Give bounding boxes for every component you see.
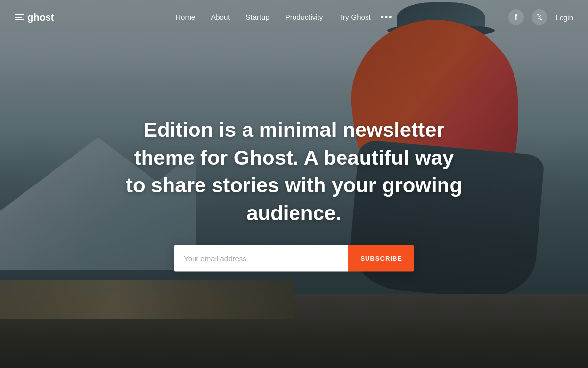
- nav-item-home: Home: [170, 13, 201, 22]
- nav-link-home[interactable]: Home: [170, 10, 201, 24]
- logo-text: ghost: [27, 12, 54, 23]
- nav-item-startup: Startup: [240, 13, 275, 22]
- nav-item-productivity: Productivity: [279, 13, 329, 22]
- facebook-icon: f: [515, 13, 517, 22]
- nav-item-about: About: [205, 13, 236, 22]
- nav-link-startup[interactable]: Startup: [240, 10, 275, 24]
- subscribe-form: SUBSCRIBE: [174, 245, 414, 271]
- email-input[interactable]: [174, 245, 348, 271]
- nav-link-try-ghost[interactable]: Try Ghost: [333, 10, 376, 24]
- nav-links: Home About Startup Productivity Try Ghos…: [54, 12, 508, 23]
- grid-icon: [15, 14, 24, 20]
- more-menu-button[interactable]: •••: [381, 12, 393, 22]
- facebook-link[interactable]: f: [508, 9, 524, 25]
- nav-item-try-ghost: Try Ghost: [333, 13, 376, 22]
- nav-right-section: f 𝕏 Login: [508, 9, 573, 25]
- twitter-link[interactable]: 𝕏: [532, 9, 547, 25]
- nav-link-about[interactable]: About: [205, 10, 236, 24]
- hero-content: Edition is a minimal newsletter theme fo…: [122, 116, 466, 272]
- nav-link-productivity[interactable]: Productivity: [279, 10, 329, 24]
- hero-title: Edition is a minimal newsletter theme fo…: [122, 116, 466, 228]
- subscribe-button[interactable]: SUBSCRIBE: [348, 245, 414, 271]
- logo-link[interactable]: ghost: [15, 12, 54, 23]
- login-link[interactable]: Login: [555, 13, 573, 22]
- hero-section: ghost Home About Startup Productivity Tr…: [0, 0, 588, 368]
- twitter-icon: 𝕏: [537, 13, 542, 22]
- main-navigation: ghost Home About Startup Productivity Tr…: [0, 0, 588, 34]
- nav-item-more: •••: [381, 12, 393, 23]
